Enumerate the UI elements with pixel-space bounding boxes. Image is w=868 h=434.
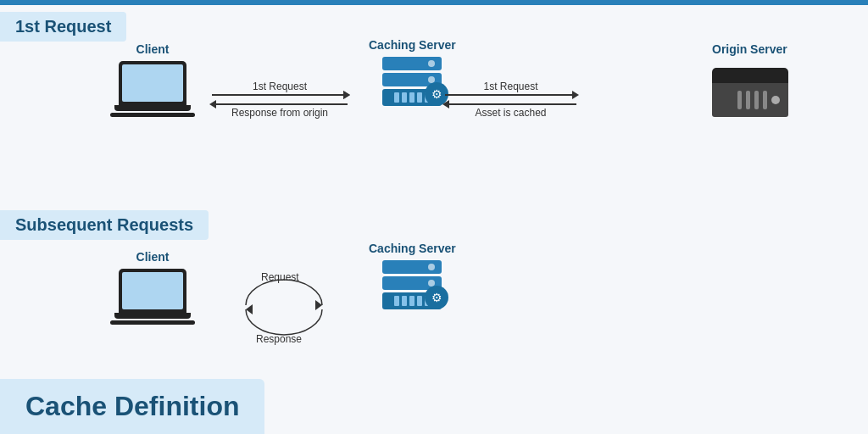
arrow-1st-label: 1st Request xyxy=(212,81,348,92)
arrow-asset-cached: Asset is cached xyxy=(445,103,576,119)
sub-laptop-screen xyxy=(119,269,186,313)
origin-dot xyxy=(771,96,780,104)
first-caching-server: Caching Server ⚙ xyxy=(369,38,456,106)
cache-definition-label: Cache Definition xyxy=(25,391,239,421)
response-label: Response xyxy=(256,333,302,345)
svg-marker-1 xyxy=(246,304,253,314)
arrow-response-label: Response from origin xyxy=(212,107,348,119)
sub-client-label: Client xyxy=(136,250,170,264)
sub-server-unit-1 xyxy=(382,260,442,274)
section-sub-label: Subsequent Requests xyxy=(0,210,209,240)
sub-caching-label: Caching Server xyxy=(369,242,456,255)
origin-vent-1 xyxy=(737,91,742,109)
sub-laptop-base xyxy=(114,313,191,319)
arrow-asset-cached-label: Asset is cached xyxy=(445,107,576,119)
section-1st-text: 1st Request xyxy=(15,17,111,36)
sub-server-gear-icon: ⚙ xyxy=(425,286,448,309)
origin-vent-4 xyxy=(763,91,767,109)
sub-laptop-screen-inner xyxy=(122,272,183,309)
request-label: Request xyxy=(261,271,299,283)
laptop-screen xyxy=(119,61,186,105)
origin-vent-3 xyxy=(754,91,759,109)
arrow-to-origin-label: 1st Request xyxy=(445,81,576,92)
top-bar xyxy=(0,0,868,5)
arrow-1st-request: 1st Request xyxy=(212,81,348,96)
origin-body xyxy=(712,83,788,117)
origin-server xyxy=(712,68,788,117)
origin-vent-2 xyxy=(746,91,750,109)
cache-definition-box: Cache Definition xyxy=(0,379,264,434)
origin-top xyxy=(712,68,788,83)
first-request-client: Client xyxy=(110,42,195,117)
laptop-base xyxy=(114,105,191,111)
svg-marker-0 xyxy=(315,300,322,310)
origin-server-label: Origin Server xyxy=(712,42,787,56)
arrow-response-origin: Response from origin xyxy=(212,103,348,119)
laptop-screen-inner xyxy=(122,64,183,102)
circular-arrows-container: Request Response xyxy=(237,267,331,347)
sub-laptop-foot xyxy=(110,320,195,325)
first-client-label: Client xyxy=(136,42,170,56)
section-sub-text: Subsequent Requests xyxy=(15,215,193,234)
laptop-foot xyxy=(110,113,195,117)
server-unit-1 xyxy=(382,57,442,70)
sub-request-client: Client xyxy=(110,250,195,325)
first-caching-label: Caching Server xyxy=(369,38,456,52)
arrow-to-origin: 1st Request xyxy=(445,81,576,96)
sub-caching-server: Caching Server ⚙ xyxy=(369,242,456,309)
section-1st-label: 1st Request xyxy=(0,12,126,42)
